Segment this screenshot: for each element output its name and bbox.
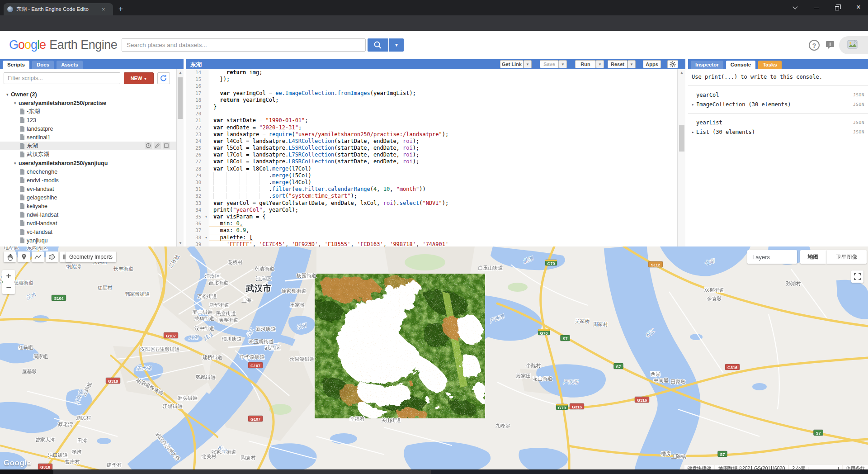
script-tree-item[interactable]: gelageshihe (0, 193, 176, 202)
script-tree-item[interactable]: keliyahe (0, 202, 176, 210)
code-line[interactable]: 32 .sort("system:time_start"); (186, 193, 677, 199)
code-line[interactable]: 16 (186, 83, 677, 90)
scrollbar-thumb[interactable] (178, 77, 183, 119)
new-tab-button[interactable]: + (118, 5, 123, 14)
code-line[interactable]: 38▾ palette: [ (186, 234, 677, 241)
window-chevron-icon[interactable] (786, 0, 803, 14)
get-link-button[interactable]: Get Link (500, 60, 524, 68)
json-link[interactable]: JSON (853, 102, 864, 107)
expand-arrow-icon[interactable]: ▸ (692, 130, 696, 134)
fold-arrow-icon[interactable]: ▾ (203, 213, 209, 220)
profile-image-chip[interactable] (839, 36, 868, 54)
editor-scrollbar[interactable]: ▲ (677, 69, 685, 246)
pan-tool-button[interactable] (4, 251, 16, 262)
code-line[interactable]: 20 (186, 110, 677, 117)
script-tree-item[interactable]: endvi -modis (0, 176, 176, 185)
code-line[interactable]: 23var landsatpre = require("users/yamile… (186, 131, 677, 138)
apps-button[interactable]: Apps (643, 60, 661, 68)
save-dropdown[interactable]: ▼ (559, 60, 567, 68)
history-icon[interactable] (145, 142, 152, 149)
code-line[interactable]: 35▾var visParam = { (186, 213, 677, 220)
code-line[interactable]: 30 .merge(l4Col) (186, 179, 677, 186)
fullscreen-button[interactable] (851, 270, 863, 283)
code-line[interactable]: 28var lxCol = l8Col.merge(l7Col) (186, 166, 677, 172)
script-tree-group[interactable]: ▾users/yamiletsharon250/yanjiuqu (0, 159, 176, 167)
scripts-scrollbar[interactable]: ▲▼ (176, 69, 184, 246)
script-tree-item[interactable]: vc-landsat (0, 228, 176, 236)
search-dropdown-button[interactable]: ▼ (389, 38, 404, 52)
collapse-arrow-icon[interactable]: ▾ (6, 92, 11, 97)
code-line[interactable]: 26var l7Col = landsatpre.L7SRCollection(… (186, 152, 677, 158)
zoom-out-button[interactable]: − (2, 282, 15, 294)
tab-tasks[interactable]: Tasks (758, 61, 782, 69)
code-line[interactable]: 14 return img; (186, 69, 677, 76)
run-dropdown[interactable]: ▼ (596, 60, 604, 68)
collapse-arrow-icon[interactable]: ▾ (14, 101, 19, 105)
code-line[interactable]: 37 max: 0.9, (186, 227, 677, 234)
tab-inspector[interactable]: Inspector (691, 61, 723, 69)
script-tree-group[interactable]: ▾Owner (2) (0, 90, 176, 99)
get-link-dropdown[interactable]: ▼ (524, 60, 532, 68)
satellite-type-button[interactable]: 卫星图像 (826, 250, 867, 264)
map-type-button[interactable]: 地图 (800, 250, 826, 264)
new-script-button[interactable]: NEW ▼ (124, 72, 154, 84)
code-line[interactable]: 24var l4Col = landsatpre.L4SRCollection(… (186, 138, 677, 145)
search-input[interactable] (122, 38, 366, 52)
code-line[interactable]: 19} (186, 104, 677, 110)
script-tree-item[interactable]: 123 (0, 116, 176, 124)
json-link[interactable]: JSON (853, 92, 864, 97)
zoom-in-button[interactable]: + (2, 270, 15, 282)
collapse-arrow-icon[interactable]: ▾ (14, 161, 19, 166)
script-tree-item[interactable]: evi-landsat (0, 185, 176, 193)
reset-dropdown[interactable]: ▼ (627, 60, 636, 68)
script-tree-item[interactable]: ndwi-landsat (0, 210, 176, 219)
delete-icon[interactable] (163, 142, 170, 149)
code-line[interactable]: 33var yearCol = getYearCol(startDate, en… (186, 200, 677, 207)
script-tree-item[interactable]: yanjiuqu (0, 236, 176, 245)
code-line[interactable]: 34print("yearCol", yearCol); (186, 207, 677, 213)
script-tree-group[interactable]: ▾users/yamiletsharon250/practise (0, 99, 176, 107)
console-expandable-row[interactable]: ▸ImageCollection (30 elements)JSON (692, 100, 864, 109)
window-restore-button[interactable] (828, 0, 845, 14)
script-tree-item[interactable]: sentilnal1 (0, 133, 176, 142)
help-icon[interactable]: ? (809, 40, 820, 51)
expand-arrow-icon[interactable]: ▸ (692, 102, 696, 107)
window-minimize-button[interactable] (807, 0, 825, 14)
feedback-icon[interactable] (825, 40, 836, 51)
refresh-button[interactable] (157, 72, 170, 84)
code-line[interactable]: 39 'FFFFFF', 'CE7E45', 'DF923D', 'F1B555… (186, 241, 677, 246)
script-tree-item[interactable]: -东湖 (0, 107, 176, 116)
code-line[interactable]: 25var l5Col = landsatpre.L5SRCollection(… (186, 145, 677, 152)
json-link[interactable]: JSON (853, 120, 864, 125)
filter-scripts-input[interactable] (4, 72, 120, 84)
map-canvas[interactable]: 电犁队东西湖区纲船湾东风村长丰街道慈惠街道红星村韩家墩街道二环线二环线汉水花桥村… (0, 246, 868, 474)
tab-docs[interactable]: Docs (32, 61, 54, 69)
scrollbar-thumb[interactable] (679, 125, 684, 152)
window-close-button[interactable]: × (850, 0, 867, 14)
tab-scripts[interactable]: Scripts (3, 61, 29, 69)
code-line[interactable]: 27var l8Col = landsatpre.L8SRCollection(… (186, 158, 677, 165)
search-button[interactable] (368, 38, 388, 52)
code-line[interactable]: 29 .merge(l5Col) (186, 172, 677, 179)
save-button[interactable]: Save (540, 60, 559, 68)
script-tree-item[interactable]: 东湖 (0, 142, 176, 150)
settings-button[interactable] (667, 60, 678, 68)
tab-assets[interactable]: Assets (57, 61, 83, 69)
polygon-tool-button[interactable] (46, 251, 58, 262)
code-line[interactable]: 31 .filter(ee.Filter.calendarRange(4, 10… (186, 186, 677, 193)
line-tool-button[interactable] (32, 251, 44, 262)
script-tree-item[interactable]: 武汉东湖 (0, 150, 176, 159)
point-tool-button[interactable] (18, 251, 30, 262)
code-area[interactable]: 14 return img;15 });1617 var yearImgCol … (186, 69, 677, 246)
rename-icon[interactable] (154, 142, 161, 149)
reset-button[interactable]: Reset (608, 60, 627, 68)
geometry-imports-button[interactable]: Geometry Imports (66, 251, 116, 262)
code-line[interactable]: 36 min: 0, (186, 220, 677, 227)
script-tree-item[interactable]: nvdi-landsat (0, 219, 176, 228)
code-line[interactable]: 18 return yearImgCol; (186, 97, 677, 104)
code-line[interactable]: 17 var yearImgCol = ee.ImageCollection.f… (186, 90, 677, 97)
code-line[interactable]: 22var endDate = "2020-12-31"; (186, 124, 677, 131)
script-tree-item[interactable]: landsatpre (0, 124, 176, 133)
tab-close-icon[interactable]: × (102, 6, 105, 13)
script-tree-item[interactable]: chechenghe (0, 167, 176, 176)
